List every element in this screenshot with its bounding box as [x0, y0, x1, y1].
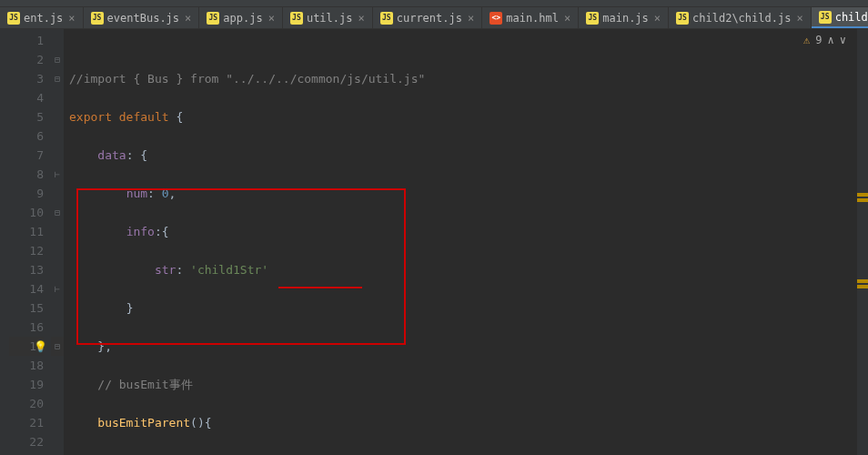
- close-icon[interactable]: ×: [796, 12, 802, 25]
- code-line: data: {: [69, 146, 868, 165]
- warning-count: 9: [815, 31, 822, 50]
- line-number: 20: [9, 394, 44, 413]
- line-number: 10: [9, 203, 44, 222]
- code-line: // 触发在parent组件中绑定的事件: [69, 451, 868, 455]
- js-icon: JS: [91, 12, 104, 25]
- js-icon: JS: [207, 12, 219, 25]
- tab-child2-js[interactable]: JS child2\child.js ×: [669, 7, 812, 28]
- tab-util-js[interactable]: JS util.js ×: [283, 7, 373, 28]
- line-number: 4: [9, 88, 44, 107]
- code-line: }: [69, 298, 868, 318]
- line-number: 3: [9, 69, 44, 88]
- code-editor[interactable]: ⚠9 ∧ ∨ //import { Bus } from "../../../c…: [64, 29, 868, 455]
- fold-end-icon[interactable]: ⊢: [51, 165, 64, 184]
- prev-highlight-icon[interactable]: ∧: [828, 31, 834, 50]
- hml-icon: <>: [490, 12, 502, 25]
- line-number: 7: [9, 146, 44, 165]
- close-icon[interactable]: ×: [468, 12, 474, 25]
- fold-minus-icon[interactable]: ⊟: [51, 203, 64, 222]
- line-number: 5: [9, 107, 44, 126]
- line-number-gutter[interactable]: 1 2 3 4 5 6 7 8 9 10 11 12 13 14 15 16 1…: [9, 29, 51, 455]
- tab-label: eventBus.js: [107, 12, 179, 25]
- close-icon[interactable]: ×: [358, 12, 364, 25]
- tab-label: main.hml: [506, 12, 559, 25]
- close-icon[interactable]: ×: [185, 12, 191, 25]
- line-number: 14: [9, 279, 44, 298]
- breadcrumb-bar: [0, 0, 868, 7]
- line-number: 9: [9, 184, 44, 203]
- tab-label: app.js: [223, 12, 262, 25]
- line-number: 2: [9, 50, 44, 69]
- tab-label: child1\child.js: [835, 11, 868, 24]
- js-icon: JS: [586, 12, 599, 25]
- line-number: 1: [9, 31, 44, 50]
- tab-label: util.js: [307, 12, 353, 25]
- js-icon: JS: [380, 12, 393, 25]
- code-line: // busEmit事件: [69, 375, 868, 394]
- code-line: busEmitParent(){: [69, 413, 868, 432]
- line-number: 8: [9, 165, 44, 184]
- fold-minus-icon[interactable]: 💡⊟: [51, 337, 64, 356]
- line-number: 15: [9, 298, 44, 318]
- warning-icon: ⚠: [803, 31, 810, 50]
- line-number: 12: [9, 241, 44, 260]
- fold-minus-icon[interactable]: ⊟: [51, 50, 64, 69]
- project-gutter[interactable]: [0, 29, 9, 455]
- line-number: 18: [9, 356, 44, 375]
- stripe-warning-mark[interactable]: [857, 198, 868, 202]
- editor-area: 1 2 3 4 5 6 7 8 9 10 11 12 13 14 15 16 1…: [0, 29, 868, 455]
- stripe-warning-mark[interactable]: [857, 193, 868, 197]
- code-line: str: 'child1Str': [69, 260, 868, 279]
- tab-label: ent.js: [24, 12, 63, 25]
- stripe-warning-mark[interactable]: [857, 285, 868, 288]
- tab-child1-js[interactable]: JS child1\child.js ×: [812, 7, 868, 28]
- close-icon[interactable]: ×: [654, 12, 661, 25]
- tab-label: current.js: [397, 12, 462, 25]
- js-icon: JS: [7, 12, 20, 25]
- line-number: 22: [9, 432, 44, 451]
- editor-tabs: JS ent.js × JS eventBus.js × JS app.js ×…: [0, 7, 868, 29]
- fold-gutter[interactable]: ⊟ ⊟ ⊢ ⊟ ⊢ 💡⊟: [51, 29, 64, 455]
- tab-current-js[interactable]: JS current.js ×: [373, 7, 482, 28]
- tab-ent-js[interactable]: JS ent.js ×: [0, 7, 84, 28]
- line-number: 19: [9, 375, 44, 394]
- tab-label: child2\child.js: [692, 12, 791, 25]
- stripe-warning-mark[interactable]: [857, 279, 868, 283]
- bulb-icon[interactable]: 💡: [34, 338, 47, 357]
- code-line: info:{: [69, 222, 868, 241]
- tab-label: main.js: [602, 12, 649, 25]
- line-number: 13: [9, 260, 44, 279]
- tab-app-js[interactable]: JS app.js ×: [199, 7, 283, 28]
- fold-end-icon[interactable]: ⊢: [51, 279, 64, 298]
- js-icon: JS: [290, 12, 303, 25]
- line-number: 6: [9, 126, 44, 146]
- close-icon[interactable]: ×: [68, 12, 75, 25]
- error-stripe[interactable]: [857, 29, 868, 455]
- code-line: export default {: [69, 107, 868, 126]
- code-line: //import { Bus } from "../../../common/j…: [69, 69, 868, 88]
- tab-main-hml[interactable]: <> main.hml ×: [482, 7, 579, 28]
- line-number: 21: [9, 413, 44, 432]
- fold-minus-icon[interactable]: ⊟: [51, 69, 64, 88]
- close-icon[interactable]: ×: [268, 12, 275, 25]
- js-icon: JS: [819, 11, 832, 24]
- fold-icon[interactable]: [51, 31, 64, 50]
- line-number: 16: [9, 318, 44, 337]
- code-line: num: 0,: [69, 184, 868, 203]
- js-icon: JS: [676, 12, 689, 25]
- line-number: 11: [9, 222, 44, 241]
- close-icon[interactable]: ×: [564, 12, 570, 25]
- tab-eventbus-js[interactable]: JS eventBus.js ×: [84, 7, 200, 28]
- next-highlight-icon[interactable]: ∨: [840, 31, 846, 50]
- tab-main-js[interactable]: JS main.js ×: [579, 7, 669, 28]
- code-line: },: [69, 337, 868, 356]
- inspection-status[interactable]: ⚠9 ∧ ∨: [803, 31, 846, 50]
